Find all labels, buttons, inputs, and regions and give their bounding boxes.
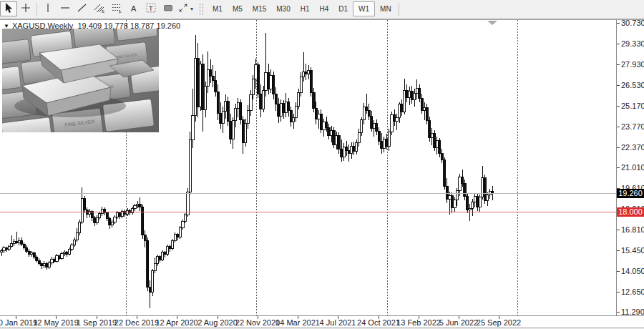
date-tick-label: 25 Sep 2022 [477, 318, 521, 327]
tool-button-cursor[interactable] [0, 1, 17, 16]
tool-button-text[interactable]: A [125, 1, 142, 16]
price-tick [617, 312, 620, 313]
tool-button-horizontal-line[interactable] [57, 1, 74, 16]
drawing-tools-group: EFAT▾ [0, 1, 194, 16]
chart-symbol-dropdown-icon[interactable]: ▼ [4, 23, 9, 29]
silver-bars-photo: .999 FINE SILVER .999 NET WT 1KG FINE SI… [2, 29, 159, 132]
price-tick [617, 250, 620, 251]
date-tick-label: 14 Mar 2021 [275, 318, 320, 327]
trendline-icon [77, 2, 88, 16]
price-tick-label: 23.770 [621, 123, 644, 131]
chart-canvas[interactable]: ▼XAGUSD,Weekly 19.409 19.778 18.787 19.2… [0, 19, 617, 315]
date-tick-label: 22 Nov 2020 [235, 318, 280, 327]
price-tick [617, 292, 620, 293]
date-tick-label: 2 Aug 2020 [197, 318, 238, 327]
svg-text:F: F [119, 9, 122, 14]
date-tick-label: 5 Jun 2022 [439, 318, 478, 327]
toolbar-separator [399, 3, 399, 16]
price-tick [617, 167, 620, 168]
chart-ohlc-values: 19.409 19.778 18.787 19.260 [77, 21, 180, 30]
date-tick-label: 1 Sep 2019 [77, 318, 117, 327]
fibonacci-icon: F [111, 2, 122, 16]
price-tick [617, 23, 620, 24]
price-tick [617, 64, 620, 65]
timeframe-button-h1[interactable]: H1 [296, 2, 315, 16]
price-tick [617, 230, 620, 230]
tool-button-trendline[interactable] [74, 1, 91, 16]
date-tick-label: 4 Jul 2021 [320, 318, 356, 327]
text-icon: A [128, 2, 140, 16]
date-tick-label: 12 May 2019 [33, 318, 79, 327]
vertical-line-icon [42, 2, 54, 16]
chart-title: ▼XAGUSD,Weekly 19.409 19.778 18.787 19.2… [4, 21, 180, 30]
price-tick [617, 127, 620, 127]
price-tick-label: 14.050 [621, 267, 644, 275]
date-tick-label: 12 Apr 2020 [155, 318, 197, 327]
price-tick [617, 147, 620, 148]
price-axis[interactable]: 30.73029.33027.93026.53025.17023.77022.3… [617, 19, 644, 316]
time-axis[interactable]: 20 Jan 201912 May 20191 Sep 201922 Dec 2… [0, 315, 644, 328]
price-tick [617, 271, 620, 272]
price-tick-label: 25.170 [621, 102, 644, 110]
tool-button-crosshair[interactable] [17, 1, 34, 16]
price-tick-label: 12.650 [621, 288, 644, 296]
price-tick-label: 21.010 [621, 164, 644, 172]
equidistant-channel-icon: E [94, 2, 105, 16]
price-tick-label: 22.370 [621, 144, 644, 152]
toolbar-grip[interactable] [200, 4, 203, 15]
tool-button-arrows[interactable]: ▾ [177, 1, 194, 16]
toolbar: EFAT▾ M1M5M15M30H1H4D1W1MN [0, 0, 644, 19]
tool-button-vertical-line[interactable] [39, 1, 57, 16]
price-tick [617, 85, 620, 86]
mt4-window: { "toolbar": { "tools": [ {"name": "curs… [0, 0, 644, 329]
timeframe-button-mn[interactable]: MN [375, 2, 396, 16]
timeframe-button-h4[interactable]: H4 [315, 2, 334, 16]
date-tick-label: 24 Oct 2021 [357, 318, 400, 327]
timeframes-group: M1M5M15M30H1H4D1W1MN [208, 1, 396, 16]
tool-button-equidistant-channel[interactable]: E [91, 1, 108, 16]
tool-button-fibonacci[interactable]: F [108, 1, 125, 16]
price-tick-label: 29.330 [621, 40, 644, 48]
timeframe-button-m15[interactable]: M15 [248, 2, 271, 16]
text-label-icon: T [145, 2, 157, 16]
arrows-icon [177, 2, 189, 16]
date-tick-label: 20 Jan 2019 [0, 318, 37, 327]
crosshair-icon [20, 2, 31, 16]
dropdown-caret-icon[interactable]: ▾ [190, 6, 193, 12]
hline-price-badge: 18.000 [617, 207, 644, 217]
timeframe-button-m30[interactable]: M30 [271, 2, 295, 16]
svg-text:T: T [149, 5, 153, 12]
price-tick-label: 15.450 [621, 247, 644, 255]
price-tick [617, 106, 620, 107]
shapes-icon [162, 2, 174, 16]
timeframe-button-w1[interactable]: W1 [353, 1, 375, 16]
toolbar-separator [36, 3, 37, 16]
horizontal-line-icon [59, 2, 71, 16]
chart-shift-marker-icon[interactable] [487, 21, 497, 25]
svg-text:A: A [131, 4, 137, 12]
price-tick-label: 16.810 [621, 226, 644, 234]
timeframe-button-d1[interactable]: D1 [333, 2, 353, 16]
price-tick-label: 30.730 [621, 19, 644, 27]
tool-button-shapes[interactable] [160, 1, 177, 16]
timeframe-button-m5[interactable]: M5 [228, 2, 248, 16]
bid-price-badge: 19.260 [617, 189, 644, 198]
price-tick-label: 26.530 [621, 82, 644, 89]
chart-symbol-label: XAGUSD,Weekly [12, 21, 73, 30]
timeframe-button-m1[interactable]: M1 [208, 2, 228, 16]
date-tick-label: 22 Dec 2019 [114, 318, 159, 327]
price-tick [617, 44, 620, 44]
price-tick-label: 27.930 [621, 61, 644, 69]
svg-text:E: E [102, 9, 104, 14]
tool-button-text-label[interactable]: T [142, 1, 160, 16]
cursor-icon [3, 2, 14, 16]
date-tick-label: 13 Feb 2022 [396, 318, 441, 327]
